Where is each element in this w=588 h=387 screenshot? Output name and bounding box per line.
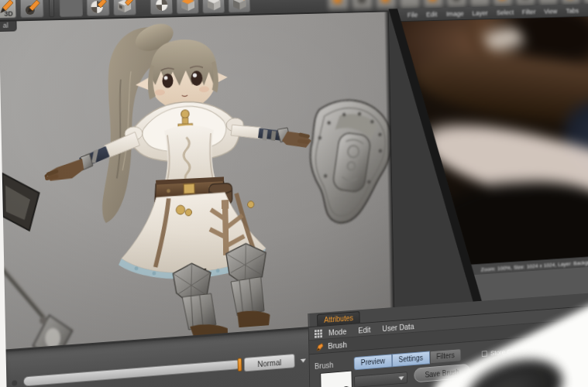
weapon-prop-blade[interactable] xyxy=(2,172,40,232)
viewport-tab[interactable]: al xyxy=(0,19,17,32)
shield-model[interactable] xyxy=(301,95,394,228)
paint-cube-checker-icon[interactable] xyxy=(113,0,136,15)
cube-orange-top-icon[interactable] xyxy=(176,0,198,14)
cube-orange-glyph xyxy=(179,0,197,12)
paint-sphere-checker-icon[interactable] xyxy=(86,0,109,16)
sphere-checker-icon[interactable] xyxy=(150,0,173,15)
viewport-scene xyxy=(0,12,395,349)
menu-select[interactable]: Select xyxy=(497,8,514,16)
tab-preview[interactable]: Preview xyxy=(354,354,392,370)
menu-layer[interactable]: Layer xyxy=(472,9,487,17)
toolbar-separator xyxy=(49,0,54,17)
menu-view[interactable]: View xyxy=(544,7,557,15)
opacity-slider-handle[interactable] xyxy=(238,358,242,372)
brush-preset-dropdown[interactable] xyxy=(354,372,407,387)
cube-dark-glyph xyxy=(231,0,248,11)
texture-editor-panel: File Edit Image Layer Select Filter View… xyxy=(389,1,588,314)
checker-sphere-glyph xyxy=(153,0,170,13)
app-window: 3D xyxy=(0,0,588,387)
tab-filters[interactable]: Filters xyxy=(429,348,461,364)
menu-filter[interactable]: Filter xyxy=(522,8,536,16)
disabled-tool-icon[interactable] xyxy=(60,0,84,17)
svg-text:3D: 3D xyxy=(4,9,13,17)
opacity-slider[interactable] xyxy=(23,359,242,386)
checker-cube-brush-glyph xyxy=(115,0,133,14)
weapon-prop-spear[interactable] xyxy=(1,261,73,349)
cube-plain-icon[interactable] xyxy=(202,0,225,14)
cube-dark-icon[interactable] xyxy=(228,0,250,13)
attributes-menu-user-data[interactable]: User Data xyxy=(382,321,414,332)
brush-pencil-icon xyxy=(315,342,325,352)
character-model[interactable] xyxy=(41,15,315,347)
texture-image-blurred xyxy=(401,13,588,265)
menu-tabs[interactable]: Tabs xyxy=(566,6,579,14)
viewport-tab-label: al xyxy=(3,22,9,29)
blend-mode-dropdown[interactable]: Normal xyxy=(244,354,295,372)
attributes-tab-label: Attributes xyxy=(324,314,353,324)
brush-section-label: Brush xyxy=(315,360,334,370)
chevron-down-icon[interactable] xyxy=(298,354,308,365)
mode-grid-icon[interactable] xyxy=(315,330,322,338)
menu-file[interactable]: File xyxy=(407,10,418,19)
texture-canvas[interactable] xyxy=(401,13,588,265)
attributes-menu-edit[interactable]: Edit xyxy=(358,324,370,334)
paint-brush-tool-icon[interactable] xyxy=(20,0,44,18)
brush-3d-glyph: 3D xyxy=(0,0,15,18)
menu-edit[interactable]: Edit xyxy=(426,10,437,19)
paint-setup-wizard-3d-icon[interactable]: 3D xyxy=(0,0,16,19)
menu-image[interactable]: Image xyxy=(446,9,464,18)
photographed-screen: 3D xyxy=(0,0,588,387)
3d-viewport[interactable]: al xyxy=(0,12,395,349)
opacity-slider-dot-icon xyxy=(12,380,17,386)
brush-sphere-glyph xyxy=(22,0,41,16)
blend-mode-value: Normal xyxy=(257,358,281,368)
checker-sphere-brush-glyph xyxy=(89,0,107,15)
brush-preview-swatch[interactable] xyxy=(320,371,352,387)
brush-stroke-preview xyxy=(321,372,352,387)
tab-settings[interactable]: Settings xyxy=(392,351,430,367)
attributes-menu-mode[interactable]: Mode xyxy=(328,327,347,337)
brush-object-title: Brush xyxy=(328,340,347,350)
cube-glyph xyxy=(205,0,222,12)
